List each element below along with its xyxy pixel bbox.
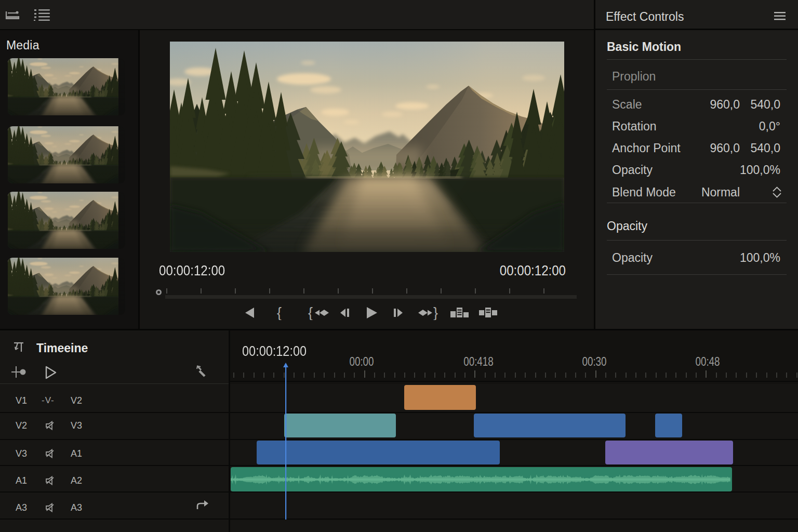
svg-text:}: } — [433, 305, 438, 320]
svg-text:{: { — [308, 305, 313, 320]
svg-text:{: { — [277, 305, 282, 320]
